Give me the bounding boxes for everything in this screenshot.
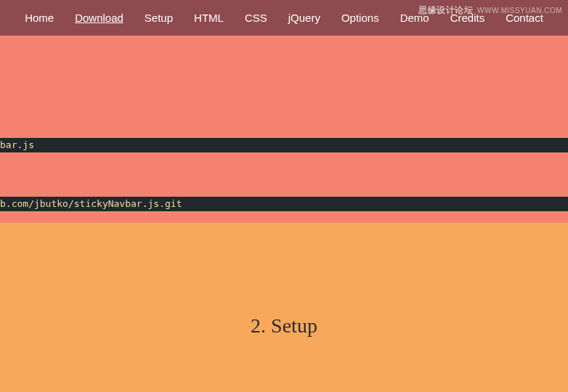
nav-item-setup[interactable]: Setup — [145, 12, 173, 25]
nav-link-setup[interactable]: Setup — [145, 12, 173, 24]
code-line-1: bar.js — [0, 138, 568, 152]
nav-link-options[interactable]: Options — [341, 12, 379, 24]
nav-item-jquery[interactable]: jQuery — [288, 12, 320, 25]
nav-link-css[interactable]: CSS — [245, 12, 267, 24]
nav-item-html[interactable]: HTML — [194, 12, 224, 25]
section-download: bar.js b.com/jbutko/stickyNavbar.js.git — [0, 36, 568, 223]
nav-link-home[interactable]: Home — [25, 12, 54, 24]
nav-item-options[interactable]: Options — [341, 12, 379, 25]
setup-heading: 2. Setup — [0, 314, 568, 338]
nav-item-download[interactable]: Download — [75, 12, 123, 25]
nav-item-home[interactable]: Home — [25, 12, 54, 25]
watermark-cn: 思缘设计论坛 — [418, 4, 473, 17]
nav-link-html[interactable]: HTML — [194, 12, 224, 24]
section-setup: 2. Setup — [0, 223, 568, 392]
code-line-2: b.com/jbutko/stickyNavbar.js.git — [0, 197, 568, 211]
nav-link-download[interactable]: Download — [75, 12, 123, 24]
nav-item-css[interactable]: CSS — [245, 12, 267, 25]
watermark: 思缘设计论坛 WWW.MISSYUAN.COM — [418, 4, 562, 17]
nav-link-jquery[interactable]: jQuery — [288, 12, 320, 24]
watermark-url: WWW.MISSYUAN.COM — [477, 7, 562, 15]
